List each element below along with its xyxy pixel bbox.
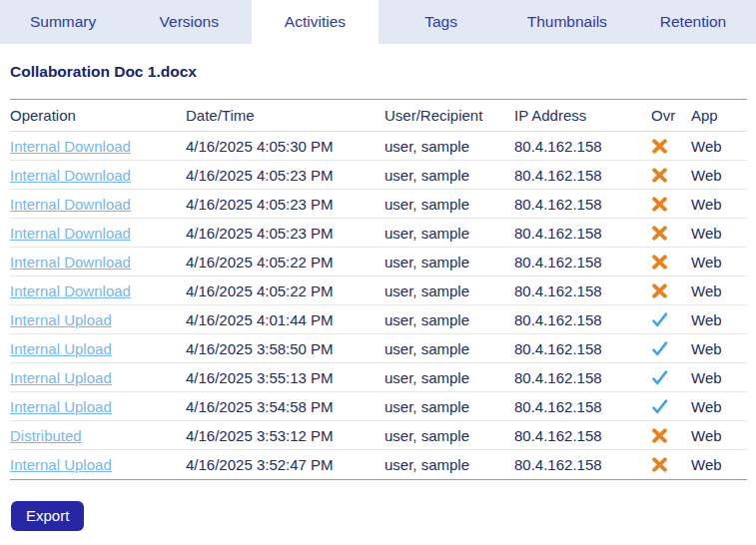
column-header-user_recipient: User/Recipient xyxy=(384,107,514,124)
table-body: Internal Download4/16/2025 4:05:30 PMuse… xyxy=(10,132,747,479)
content-area: Collaboration Doc 1.docx OperationDate/T… xyxy=(0,62,756,531)
table-row: Internal Download4/16/2025 4:05:23 PMuse… xyxy=(10,161,747,190)
user-recipient-cell: user, sample xyxy=(384,167,514,184)
table-row: Internal Download4/16/2025 4:05:22 PMuse… xyxy=(10,276,747,305)
tab-tags[interactable]: Tags xyxy=(378,0,504,44)
table-row: Internal Download4/16/2025 4:05:23 PMuse… xyxy=(10,219,747,248)
ip-address-cell: 80.4.162.158 xyxy=(514,311,651,328)
user-recipient-cell: user, sample xyxy=(384,398,514,415)
x-icon xyxy=(651,197,668,212)
user-recipient-cell: user, sample xyxy=(384,311,514,328)
user-recipient-cell: user, sample xyxy=(384,456,514,473)
operation-link[interactable]: Internal Download xyxy=(10,254,131,271)
export-button[interactable]: Export xyxy=(11,501,84,531)
ip-address-cell: 80.4.162.158 xyxy=(514,196,651,213)
user-recipient-cell: user, sample xyxy=(384,138,514,155)
tab-retention[interactable]: Retention xyxy=(630,0,756,44)
tab-thumbnails[interactable]: Thumbnails xyxy=(504,0,630,44)
x-icon xyxy=(651,283,668,298)
ip-address-cell: 80.4.162.158 xyxy=(514,167,651,184)
operation-link[interactable]: Internal Download xyxy=(10,282,131,299)
user-recipient-cell: user, sample xyxy=(384,196,514,213)
ip-address-cell: 80.4.162.158 xyxy=(514,254,651,271)
user-recipient-cell: user, sample xyxy=(384,254,514,271)
document-title: Collaboration Doc 1.docx xyxy=(10,62,747,82)
datetime-cell: 4/16/2025 4:01:44 PM xyxy=(186,311,384,328)
operation-link[interactable]: Internal Download xyxy=(10,225,131,242)
x-icon xyxy=(651,168,668,183)
ip-address-cell: 80.4.162.158 xyxy=(514,369,651,386)
datetime-cell: 4/16/2025 4:05:30 PM xyxy=(186,138,384,155)
app-cell: Web xyxy=(691,167,747,184)
x-icon xyxy=(651,255,668,270)
user-recipient-cell: user, sample xyxy=(384,225,514,242)
datetime-cell: 4/16/2025 3:55:13 PM xyxy=(186,369,384,386)
x-icon xyxy=(651,428,668,443)
user-recipient-cell: user, sample xyxy=(384,340,514,357)
column-header-operation: Operation xyxy=(10,107,186,124)
check-icon xyxy=(651,312,668,327)
ip-address-cell: 80.4.162.158 xyxy=(514,282,651,299)
ovr-status-cell xyxy=(651,226,691,241)
table-row: Internal Download4/16/2025 4:05:22 PMuse… xyxy=(10,248,747,276)
app-cell: Web xyxy=(691,311,747,328)
datetime-cell: 4/16/2025 4:05:23 PM xyxy=(186,196,384,213)
table-row: Internal Download4/16/2025 4:05:23 PMuse… xyxy=(10,190,747,219)
check-icon xyxy=(651,399,668,414)
ip-address-cell: 80.4.162.158 xyxy=(514,340,651,357)
operation-link[interactable]: Internal Download xyxy=(10,167,131,184)
check-icon xyxy=(651,341,668,356)
operation-link[interactable]: Internal Upload xyxy=(10,456,112,473)
table-row: Distributed4/16/2025 3:53:12 PMuser, sam… xyxy=(10,421,747,450)
tab-activities[interactable]: Activities xyxy=(252,0,378,44)
table-row: Internal Upload4/16/2025 4:01:44 PMuser,… xyxy=(10,305,747,334)
check-icon xyxy=(651,370,668,385)
table-row: Internal Upload4/16/2025 3:58:50 PMuser,… xyxy=(10,334,747,363)
column-header-datetime: Date/Time xyxy=(186,107,384,124)
ovr-status-cell xyxy=(651,370,691,385)
app-cell: Web xyxy=(691,427,747,444)
ip-address-cell: 80.4.162.158 xyxy=(514,398,651,415)
datetime-cell: 4/16/2025 3:58:50 PM xyxy=(186,340,384,357)
ovr-status-cell xyxy=(651,197,691,212)
user-recipient-cell: user, sample xyxy=(384,369,514,386)
table-header-row: OperationDate/TimeUser/RecipientIP Addre… xyxy=(10,100,747,132)
datetime-cell: 4/16/2025 3:53:12 PM xyxy=(186,427,384,444)
app-cell: Web xyxy=(691,138,747,155)
operation-link[interactable]: Internal Download xyxy=(10,196,131,213)
ovr-status-cell xyxy=(651,428,691,443)
column-header-app: App xyxy=(691,107,747,124)
datetime-cell: 4/16/2025 4:05:22 PM xyxy=(186,282,384,299)
datetime-cell: 4/16/2025 3:54:58 PM xyxy=(186,398,384,415)
ip-address-cell: 80.4.162.158 xyxy=(514,456,651,473)
operation-link[interactable]: Internal Upload xyxy=(10,311,112,328)
x-icon xyxy=(651,139,668,154)
tab-summary[interactable]: Summary xyxy=(0,0,126,44)
datetime-cell: 4/16/2025 3:52:47 PM xyxy=(186,456,384,473)
app-cell: Web xyxy=(691,369,747,386)
ip-address-cell: 80.4.162.158 xyxy=(514,427,651,444)
app-cell: Web xyxy=(691,225,747,242)
operation-link[interactable]: Internal Upload xyxy=(10,398,112,415)
ip-address-cell: 80.4.162.158 xyxy=(514,138,651,155)
table-row: Internal Download4/16/2025 4:05:30 PMuse… xyxy=(10,132,747,161)
ip-address-cell: 80.4.162.158 xyxy=(514,225,651,242)
app-cell: Web xyxy=(691,340,747,357)
operation-link[interactable]: Internal Download xyxy=(10,138,131,155)
tab-bar: SummaryVersionsActivitiesTagsThumbnailsR… xyxy=(0,0,756,44)
operation-link[interactable]: Internal Upload xyxy=(10,340,112,357)
app-cell: Web xyxy=(691,282,747,299)
tab-versions[interactable]: Versions xyxy=(126,0,252,44)
user-recipient-cell: user, sample xyxy=(384,427,514,444)
user-recipient-cell: user, sample xyxy=(384,282,514,299)
operation-link[interactable]: Distributed xyxy=(10,427,82,444)
datetime-cell: 4/16/2025 4:05:22 PM xyxy=(186,254,384,271)
x-icon xyxy=(651,457,668,472)
table-row: Internal Upload4/16/2025 3:55:13 PMuser,… xyxy=(10,363,747,392)
datetime-cell: 4/16/2025 4:05:23 PM xyxy=(186,167,384,184)
operation-link[interactable]: Internal Upload xyxy=(10,369,112,386)
column-header-ovr: Ovr xyxy=(651,107,691,124)
app-cell: Web xyxy=(691,456,747,473)
app-cell: Web xyxy=(691,398,747,415)
activity-table: OperationDate/TimeUser/RecipientIP Addre… xyxy=(10,99,747,480)
